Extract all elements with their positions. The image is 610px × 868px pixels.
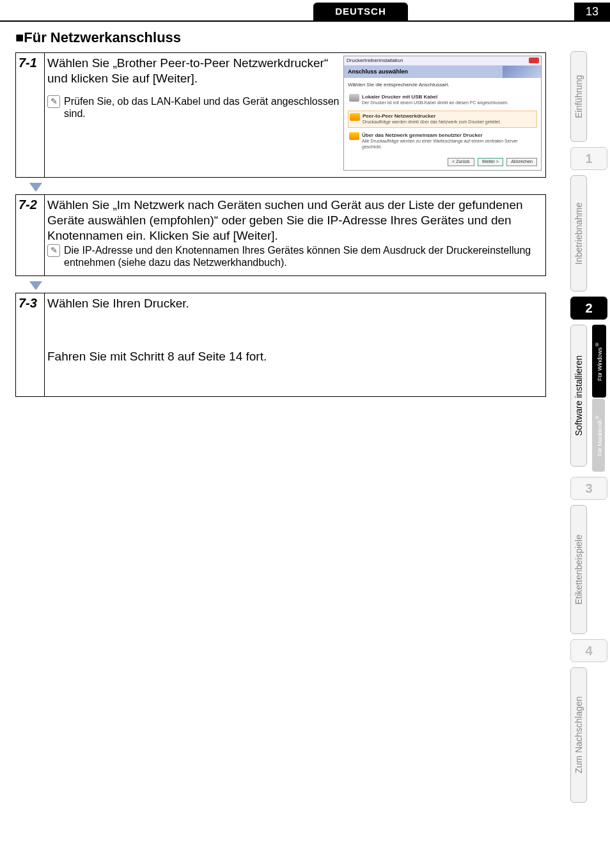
tab-setup[interactable]: Inbetriebnahme — [570, 175, 587, 291]
dialog-screenshot: Druckertreiberinstallation Anschluss aus… — [343, 56, 542, 171]
step-7-1: 7-1 Wählen Sie „Brother Peer-to-Peer Net… — [15, 52, 546, 178]
arrow-down-icon — [28, 182, 546, 193]
step-number: 7-1 — [16, 53, 44, 73]
tab-number-4[interactable]: 4 — [570, 639, 607, 662]
option-title: Über das Netzwerk gemeinsam benutzter Dr… — [362, 132, 536, 139]
cancel-button: Abbrechen — [506, 158, 537, 166]
section-title: ■Für Netzwerkanschluss — [15, 29, 546, 46]
next-button: Weiter > — [478, 158, 503, 166]
side-tabs: Einführung 1 Inbetriebnahme 2 Software i… — [570, 51, 606, 808]
option-desc: Der Drucker ist mit einem USB-Kabel dire… — [362, 100, 508, 106]
tab-number-1[interactable]: 1 — [570, 147, 607, 170]
step-number: 7-2 — [16, 195, 44, 215]
back-button: < Zurück — [448, 158, 474, 166]
dialog-option-peer: Peer-to-Peer NetzwerkdruckerDruckaufträg… — [348, 111, 537, 128]
option-title: Lokaler Drucker mit USB Kabel — [362, 94, 508, 100]
step-note: Prüfen Sie, ob das LAN-Kabel und das Ger… — [64, 95, 340, 120]
step-7-2: 7-2 Wählen Sie „Im Netzwerk nach Geräten… — [15, 194, 546, 276]
svg-marker-1 — [29, 281, 42, 290]
connection-icon — [349, 132, 359, 140]
connection-icon — [349, 94, 359, 102]
dialog-instruction: Wählen Sie die entsprechende Anschlussar… — [348, 82, 537, 88]
header-rule — [0, 20, 610, 22]
tab-intro[interactable]: Einführung — [570, 51, 587, 142]
svg-marker-0 — [29, 183, 42, 192]
step-text: Wählen Sie Ihren Drucker. — [47, 296, 542, 311]
tab-reference[interactable]: Zum Nachschlagen — [570, 667, 587, 803]
tab-label-examples[interactable]: Etikettenbeispiele — [570, 505, 587, 634]
dialog-window-title: Druckertreiberinstallation — [347, 58, 403, 63]
step-number: 7-3 — [16, 293, 44, 313]
dialog-option-usb: Lokaler Drucker mit USB KabelDer Drucker… — [348, 92, 537, 108]
option-desc: Alle Druckaufträge werden zu einer Warte… — [362, 139, 536, 150]
step-continuation: Fahren Sie mit Schritt 8 auf Seite 14 fo… — [47, 349, 542, 364]
option-desc: Druckaufträge werden direkt über das Net… — [363, 120, 501, 125]
tab-macintosh[interactable]: Für Macintosh® — [592, 399, 605, 472]
page-number: 13 — [574, 3, 610, 20]
header-bar: DEUTSCH 13 — [0, 3, 610, 20]
option-title: Peer-to-Peer Netzwerkdrucker — [363, 113, 501, 120]
close-icon — [529, 58, 539, 63]
tab-number-3[interactable]: 3 — [570, 477, 607, 500]
note-icon: ✎ — [47, 244, 60, 257]
step-note: Die IP-Adresse und den Knotennamen Ihres… — [64, 244, 542, 268]
step-text: Wählen Sie „Im Netzwerk nach Geräten suc… — [47, 198, 542, 243]
dialog-option-shared: Über das Netzwerk gemeinsam benutzter Dr… — [348, 130, 537, 152]
step-text: Wählen Sie „Brother Peer-to-Peer Netzwer… — [47, 56, 340, 86]
tab-install-software[interactable]: Software installieren — [570, 325, 587, 467]
step-7-3: 7-3 Wählen Sie Ihren Drucker. Fahren Sie… — [15, 293, 546, 398]
tab-windows[interactable]: Für Windows® — [592, 325, 606, 398]
tab-number-2[interactable]: 2 — [570, 297, 607, 320]
arrow-down-icon — [28, 280, 546, 291]
language-tab: DEUTSCH — [313, 3, 408, 20]
dialog-heading: Anschluss auswählen — [344, 66, 541, 78]
note-icon: ✎ — [47, 95, 60, 108]
connection-icon — [350, 113, 360, 121]
